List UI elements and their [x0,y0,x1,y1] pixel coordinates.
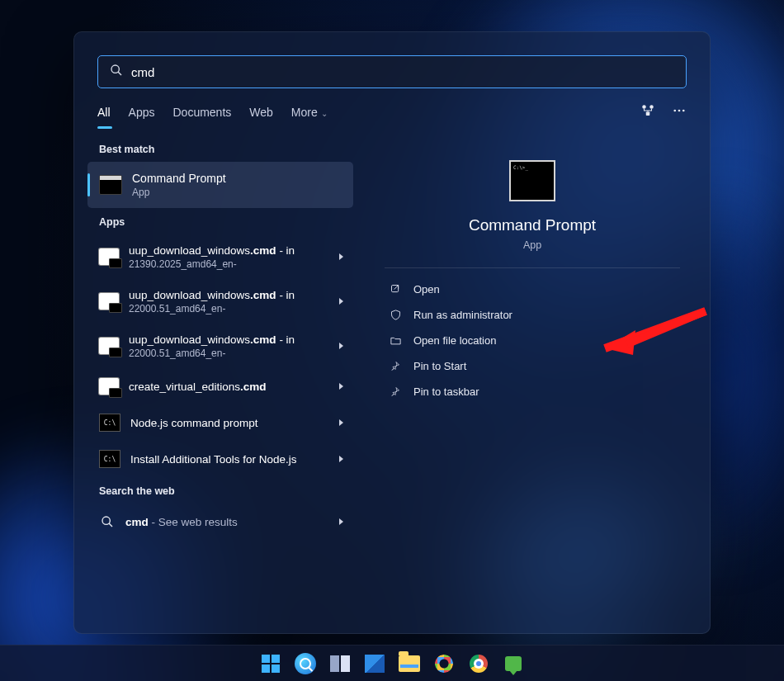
taskbar-app-circle[interactable] [432,651,456,676]
search-web-label: Search the web [99,485,353,497]
filter-tab-all[interactable]: All [97,106,111,127]
app-result-item[interactable]: uup_download_windows.cmd - in 21390.2025… [87,234,353,279]
svg-point-0 [111,65,119,73]
app-result-item[interactable]: C:\ Install Additional Tools for Node.js [87,441,353,477]
svg-point-7 [682,110,685,112]
app-result-item[interactable]: uup_download_windows.cmd - in 22000.51_a… [87,279,353,324]
search-icon [110,64,123,80]
flow-icon[interactable] [640,103,655,121]
svg-point-6 [678,110,681,112]
preview-pane: Command Prompt App Open Run as administr… [365,135,700,620]
taskbar [0,645,784,681]
preview-title: Command Prompt [385,216,680,234]
cmd-file-icon [99,293,119,310]
chevron-right-icon [339,383,343,390]
app-result-item[interactable]: create_virtual_editions.cmd [87,368,353,404]
open-icon [390,283,402,296]
chevron-right-icon [339,343,343,349]
cmd-file-icon [99,248,119,265]
best-match-item[interactable]: Command Prompt App [87,162,353,208]
action-open[interactable]: Open [385,277,680,302]
chevron-right-icon [339,456,343,462]
web-result-item[interactable]: cmd - See web results [87,504,353,540]
chevron-right-icon [339,419,343,426]
search-box[interactable] [97,55,687,88]
app-result-item[interactable]: uup_download_windows.cmd - in 22000.51_a… [87,324,353,368]
svg-line-9 [109,523,112,527]
chevron-right-icon [339,298,343,305]
taskbar-chat[interactable] [501,651,526,676]
node-cmd-icon: C:\ [99,414,120,432]
chevron-right-icon [339,253,343,260]
svg-point-3 [649,105,654,109]
pin-icon [390,360,402,372]
action-open-file-location[interactable]: Open file location [385,328,680,353]
cmd-file-icon [99,338,119,354]
command-prompt-icon [99,175,122,195]
filter-row: All Apps Documents Web More⌄ [97,103,687,129]
pin-icon [390,385,402,398]
app-result-item[interactable]: C:\ Node.js command prompt [87,404,353,441]
svg-line-1 [118,72,121,75]
action-run-as-admin[interactable]: Run as administrator [385,302,680,328]
filter-tab-documents[interactable]: Documents [172,106,231,127]
best-match-title: Command Prompt [132,172,342,185]
start-search-panel: All Apps Documents Web More⌄ Best match … [73,31,711,634]
apps-label: Apps [99,216,353,228]
filter-tab-apps[interactable]: Apps [129,106,155,127]
filter-tab-web[interactable]: Web [249,106,273,127]
filter-tab-more[interactable]: More⌄ [291,106,328,127]
folder-icon [390,334,402,347]
taskbar-taskview-button[interactable] [328,651,352,676]
search-icon [99,513,116,530]
taskbar-file-explorer[interactable] [397,651,422,676]
svg-point-5 [673,110,676,112]
taskbar-start-button[interactable] [258,651,283,676]
taskbar-search-button[interactable] [293,651,318,676]
taskbar-chrome[interactable] [466,651,491,676]
node-cmd-icon: C:\ [99,450,120,468]
taskbar-widgets-button[interactable] [362,651,387,676]
cmd-file-icon [99,378,119,395]
preview-subtitle: App [385,239,680,251]
more-options-icon[interactable] [672,103,687,121]
results-column: Best match Command Prompt App Apps uup_d… [84,135,357,620]
best-match-subtitle: App [132,187,342,198]
action-pin-to-taskbar[interactable]: Pin to taskbar [385,379,680,404]
svg-rect-4 [646,112,650,116]
best-match-label: Best match [99,144,353,155]
svg-point-2 [642,105,646,109]
chevron-right-icon [339,518,343,525]
svg-point-8 [102,517,110,524]
command-prompt-large-icon [509,160,555,201]
search-input[interactable] [131,65,674,79]
action-pin-to-start[interactable]: Pin to Start [385,353,680,379]
shield-icon [390,309,402,321]
